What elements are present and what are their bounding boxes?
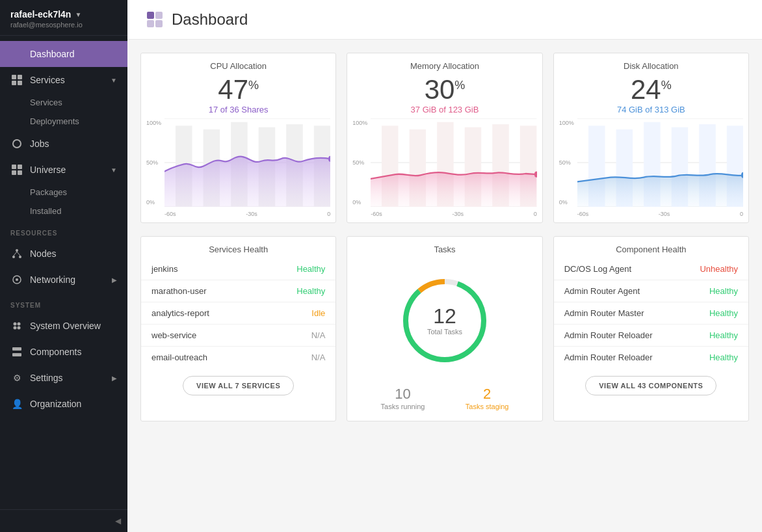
resources-section-label: RESOURCES (0, 220, 127, 241)
health-row-jenkins: jenkins Healthy (141, 258, 335, 280)
cpu-title: CPU Allocation (141, 53, 335, 75)
settings-label: Settings (30, 373, 63, 383)
memory-chart: 100%50%0% (347, 118, 542, 222)
svg-point-9 (14, 326, 17, 330)
svg-point-7 (14, 323, 17, 326)
sidebar-item-dashboard[interactable]: Dashboard (0, 41, 127, 67)
view-all-components-button[interactable]: VIEW ALL 43 COMPONENTS (585, 376, 716, 395)
cpu-x-labels: -60s-30s0 (164, 211, 330, 217)
component-name-router-master: Admin Router Master (564, 308, 644, 318)
sidebar-item-settings[interactable]: ⚙ Settings ▶ (0, 365, 127, 391)
service-status-marathon: Healthy (296, 286, 325, 296)
tasks-running-number: 10 (381, 386, 425, 403)
sidebar-item-components[interactable]: Components (0, 339, 127, 365)
universe-label: Universe (30, 165, 66, 175)
bottom-row: Services Health jenkins Healthy marathon… (127, 236, 762, 434)
services-health-title: Services Health (141, 237, 335, 258)
view-all-services-button[interactable]: VIEW ALL 7 SERVICES (183, 376, 294, 395)
disk-chart-svg (577, 118, 743, 207)
svg-rect-14 (155, 12, 163, 19)
services-label: Services (30, 75, 65, 85)
sidebar-nav: Dashboard Services ▼ Services Deployment… (0, 36, 127, 509)
universe-caret-icon: ▼ (111, 166, 117, 174)
sidebar-item-packages[interactable]: Packages (0, 183, 127, 202)
svg-point-2 (19, 256, 21, 258)
settings-icon: ⚙ (10, 371, 23, 384)
svg-line-3 (14, 252, 17, 256)
sidebar-item-services-sub[interactable]: Services (0, 93, 127, 112)
tasks-running-stat: 10 Tasks running (381, 386, 425, 410)
tasks-staging-number: 2 (466, 386, 509, 403)
health-row-email: email-outreach N/A (141, 347, 335, 368)
cpu-sub: 17 of 36 Shares (141, 105, 335, 114)
sidebar-item-deployments[interactable]: Deployments (0, 112, 127, 131)
tasks-footer: 10 Tasks running 2 Tasks staging (347, 378, 542, 421)
svg-rect-12 (12, 353, 21, 356)
memory-title: Memory Allocation (347, 53, 542, 75)
components-label: Components (30, 347, 81, 357)
jobs-label: Jobs (30, 139, 49, 149)
component-status-router-agent: Healthy (709, 286, 738, 296)
tasks-running-label: Tasks running (381, 403, 425, 410)
user-menu[interactable]: rafael-eck7l4n ▼ (10, 9, 117, 20)
organization-label: Organization (30, 399, 81, 409)
main-content: Dashboard CPU Allocation 47% 17 of 36 Sh… (127, 0, 762, 532)
health-row-analytics: analytics-report Idle (141, 302, 335, 325)
dashboard-page-icon (146, 10, 164, 29)
svg-rect-15 (147, 20, 154, 27)
sidebar: rafael-eck7l4n ▼ rafael@mesosphere.io Da… (0, 0, 127, 532)
installed-label: Installed (30, 206, 61, 216)
nodes-label: Nodes (30, 248, 56, 259)
component-status-log-agent: Unhealthy (700, 264, 738, 274)
networking-caret-icon: ▶ (112, 276, 117, 284)
sidebar-item-system-overview[interactable]: System Overview (0, 313, 127, 339)
tasks-total-label: Total Tasks (427, 328, 462, 336)
sidebar-item-nodes[interactable]: Nodes (0, 241, 127, 267)
packages-label: Packages (30, 187, 67, 197)
system-overview-icon (10, 319, 23, 332)
memory-value: 30% (347, 75, 542, 105)
sidebar-header: rafael-eck7l4n ▼ rafael@mesosphere.io (0, 0, 127, 36)
component-row-router-master: Admin Router Master Healthy (554, 302, 748, 325)
memory-x-labels: -60s-30s0 (371, 211, 536, 217)
disk-chart: 100%50%0% (554, 118, 748, 222)
sidebar-item-services[interactable]: Services ▼ (0, 67, 127, 93)
service-status-webservice: N/A (311, 330, 326, 340)
component-health-title: Component Health (554, 237, 748, 258)
svg-rect-13 (147, 12, 154, 19)
sidebar-item-jobs[interactable]: Jobs (0, 131, 127, 157)
tasks-title: Tasks (434, 237, 455, 258)
svg-point-6 (16, 278, 18, 281)
services-health-card: Services Health jenkins Healthy marathon… (140, 236, 336, 421)
svg-rect-16 (155, 20, 163, 27)
networking-label: Networking (30, 274, 75, 285)
component-row-router-agent: Admin Router Agent Healthy (554, 280, 748, 302)
service-status-jenkins: Healthy (296, 264, 325, 274)
disk-allocation-card: Disk Allocation 24% 74 GiB of 313 GiB 10… (553, 53, 749, 223)
system-overview-label: System Overview (30, 321, 101, 331)
component-status-router-reloader-1: Healthy (709, 330, 738, 340)
tasks-donut: 12 Total Tasks (393, 269, 497, 373)
service-name-jenkins: jenkins (151, 264, 177, 274)
cpu-allocation-card: CPU Allocation 47% 17 of 36 Shares 100%5… (140, 53, 336, 223)
jobs-icon (10, 137, 23, 150)
universe-icon (10, 163, 23, 176)
cpu-chart-svg (164, 118, 330, 207)
component-name-router-reloader-2: Admin Router Reloader (564, 352, 653, 362)
settings-caret-icon: ▶ (112, 375, 117, 382)
component-health-card: Component Health DC/OS Log Agent Unhealt… (553, 236, 749, 421)
disk-sub: 74 GiB of 313 GiB (554, 105, 748, 114)
component-status-router-reloader-2: Healthy (709, 352, 738, 362)
sidebar-collapse-button[interactable]: ◀ (0, 509, 127, 532)
sidebar-item-networking[interactable]: Networking ▶ (0, 267, 127, 293)
component-name-router-reloader-1: Admin Router Reloader (564, 330, 653, 340)
sidebar-item-universe[interactable]: Universe ▼ (0, 157, 127, 183)
username-label: rafael-eck7l4n (10, 9, 71, 20)
tasks-staging-stat: 2 Tasks staging (466, 386, 509, 410)
deployments-label: Deployments (30, 116, 79, 126)
sidebar-item-organization[interactable]: 👤 Organization (0, 391, 127, 417)
component-row-router-reloader-2: Admin Router Reloader Healthy (554, 347, 748, 368)
component-row-log-agent: DC/OS Log Agent Unhealthy (554, 258, 748, 280)
sidebar-item-installed[interactable]: Installed (0, 202, 127, 220)
components-icon (10, 345, 23, 358)
